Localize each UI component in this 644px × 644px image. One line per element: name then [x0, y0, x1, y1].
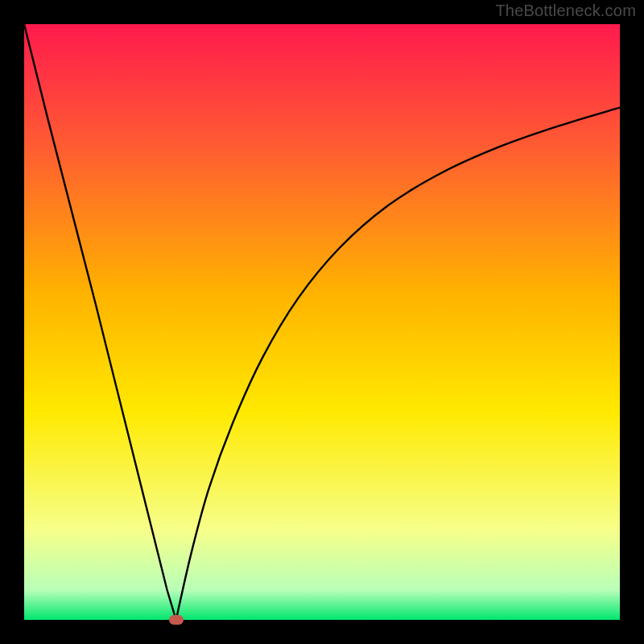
watermark-text: TheBottleneck.com [495, 2, 636, 20]
chart-svg [24, 24, 620, 620]
chart-frame: TheBottleneck.com [0, 0, 644, 644]
plot-area [24, 24, 620, 620]
minimum-marker [169, 615, 184, 625]
gradient-background [24, 24, 620, 620]
